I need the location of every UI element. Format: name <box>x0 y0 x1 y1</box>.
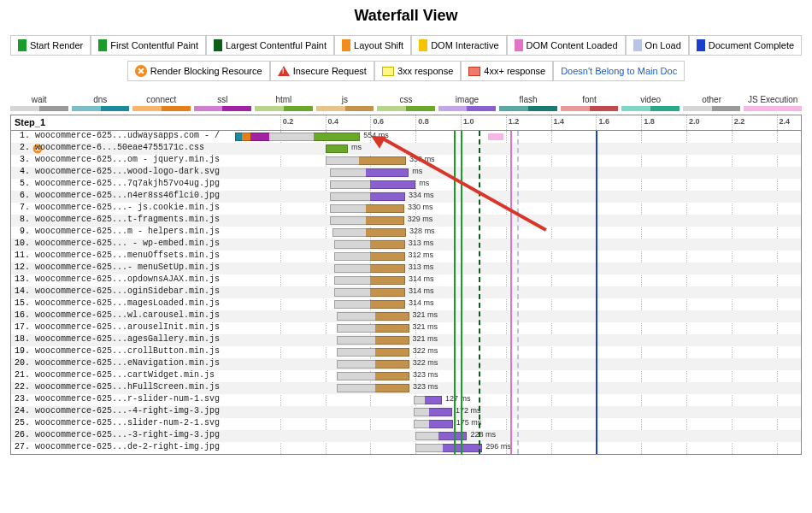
waterfall-rows: 1.woocommerce-625...udwaysapps.com - /55… <box>11 131 801 454</box>
type-css: css <box>377 95 435 111</box>
type-flash: flash <box>499 95 557 111</box>
step-header: Step_1 0.20.40.60.81.01.21.41.61.82.02.2… <box>11 115 801 131</box>
waterfall-row[interactable]: 22.woocommerce-625...hFullScreen.min.js3… <box>11 382 801 394</box>
waterfall-row[interactable]: 7.woocommerce-625...- js.cookie.min.js33… <box>11 203 801 215</box>
waterfall-row[interactable]: 3.woocommerce-625...om - jquery.min.js35… <box>11 155 801 167</box>
waterfall-row[interactable]: 23.woocommerce-625...r-slider-num-1.svg1… <box>11 394 801 406</box>
legend-item: Largest Contentful Paint <box>206 35 334 56</box>
legend-item: First Contentful Paint <box>91 35 206 56</box>
waterfall-row[interactable]: 2.woocommerce-6...50eae4755171c.cssms <box>11 143 801 155</box>
type-dns: dns <box>72 95 130 111</box>
type-image: image <box>438 95 497 111</box>
waterfall-grid: Step_1 0.20.40.60.81.01.21.41.61.82.02.2… <box>10 115 802 455</box>
waterfall-row[interactable]: 6.woocommerce-625...n4er8ss46flci0.jpg33… <box>11 191 801 203</box>
waterfall-row[interactable]: 17.woocommerce-625...arouselInit.min.js3… <box>11 322 801 334</box>
legend-item: 3xx response <box>374 61 461 81</box>
type-JS Execution: JS Execution <box>744 95 802 111</box>
waterfall-row[interactable]: 9.woocommerce-625...m - helpers.min.js32… <box>11 227 801 239</box>
waterfall-row[interactable]: 15.woocommerce-625...magesLoaded.min.js3… <box>11 298 801 310</box>
type-font: font <box>561 95 619 111</box>
insecure-icon: ! <box>278 66 290 76</box>
waterfall-row[interactable]: 8.woocommerce-625...t-fragments.min.js32… <box>11 215 801 227</box>
waterfall-row[interactable]: 12.woocommerce-625...- menuSetUp.min.js3… <box>11 262 801 274</box>
type-connect: connect <box>132 95 191 111</box>
type-wait: wait <box>10 95 68 111</box>
waterfall-row[interactable]: 27.woocommerce-625...de-2-right-img.jpg2… <box>11 442 801 454</box>
type-ssl: ssl <box>194 95 252 111</box>
legend-events: Start RenderFirst Contentful PaintLarges… <box>0 35 812 56</box>
resource-types-legend: waitdnsconnectsslhtmljscssimageflashfont… <box>0 90 812 115</box>
legend-item: Layout Shift <box>334 35 411 56</box>
type-other: other <box>683 95 741 111</box>
type-js: js <box>316 95 374 111</box>
waterfall-row[interactable]: 4.woocommerce-625...wood-logo-dark.svgms <box>11 167 801 179</box>
type-video: video <box>621 95 680 111</box>
waterfall-row[interactable]: 19.woocommerce-625...crollButton.min.js3… <box>11 346 801 358</box>
legend-item: On Load <box>626 35 689 56</box>
legend-item: 4xx+ response <box>461 61 553 81</box>
waterfall-row[interactable]: 21.woocommerce-625...cartWidget.min.js32… <box>11 370 801 382</box>
waterfall-row[interactable]: 20.woocommerce-625...eNavigation.min.js3… <box>11 358 801 370</box>
legend-item: DOM Content Loaded <box>507 35 626 56</box>
waterfall-row[interactable]: 14.woocommerce-625...oginSidebar.min.js3… <box>11 286 801 298</box>
waterfall-row[interactable]: 18.woocommerce-625...agesGallery.min.js3… <box>11 334 801 346</box>
waterfall-row[interactable]: 16.woocommerce-625...wl.carousel.min.js3… <box>11 310 801 322</box>
legend-item: Document Complete <box>689 35 802 56</box>
waterfall-row[interactable]: 24.woocommerce-625...-4-right-img-3.jpg1… <box>11 406 801 418</box>
type-html: html <box>255 95 313 111</box>
legend-item: Render Blocking Resource <box>127 61 270 81</box>
step-label: Step_1 <box>15 117 45 127</box>
legend-item: DOM Interactive <box>411 35 506 56</box>
waterfall-row[interactable]: 1.woocommerce-625...udwaysapps.com - /55… <box>11 131 801 143</box>
waterfall-row[interactable]: 13.woocommerce-625...opdownsAJAX.min.js3… <box>11 274 801 286</box>
waterfall-row[interactable]: 26.woocommerce-625...-3-right-img-3.jpg2… <box>11 430 801 442</box>
legend-status: Render Blocking Resource!Insecure Reques… <box>0 61 812 81</box>
waterfall-row[interactable]: 10.woocommerce-625... - wp-embed.min.js3… <box>11 239 801 251</box>
legend-item: Start Render <box>10 35 91 56</box>
legend-item: !Insecure Request <box>270 61 374 81</box>
waterfall-row[interactable]: 25.woocommerce-625...slider-num-2-1.svg1… <box>11 418 801 430</box>
waterfall-row[interactable]: 11.woocommerce-625...menuOffsets.min.js3… <box>11 251 801 262</box>
waterfall-row[interactable]: 5.woocommerce-625...7q7akjh57vo4ug.jpgms <box>11 179 801 191</box>
legend-item: Doesn't Belong to Main Doc <box>553 61 685 81</box>
blocking-icon <box>135 65 147 77</box>
page-title: Waterfall View <box>0 7 812 25</box>
